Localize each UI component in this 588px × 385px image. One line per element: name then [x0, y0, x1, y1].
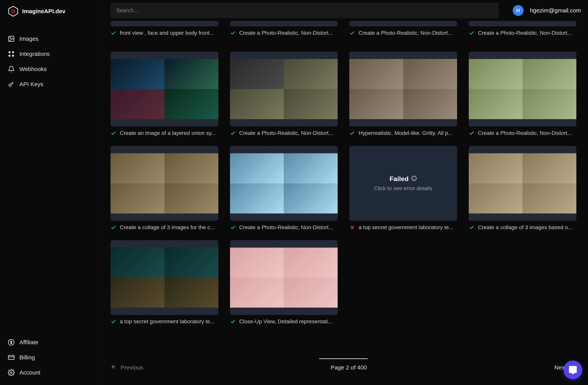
key-icon [8, 81, 15, 88]
image-card[interactable]: Create a Photo-Realistic, Non-Distort... [349, 21, 457, 36]
caption-row: Create a Photo-Realistic, Non-Distort... [349, 30, 457, 36]
search-input[interactable] [110, 3, 499, 18]
image-thumbnail[interactable] [230, 52, 338, 127]
brand-logo[interactable]: ImagineAPI.dev [8, 6, 91, 17]
gear-icon [8, 369, 15, 376]
svg-point-3 [10, 37, 11, 38]
image-card[interactable]: Create a Photo-Realistic, Non-Distort... [469, 21, 577, 36]
image-caption: a top secret government laboratory te... [120, 318, 215, 325]
image-thumbnail[interactable] [230, 21, 338, 26]
image-thumbnail[interactable] [110, 146, 218, 221]
nav-label: Account [19, 369, 40, 376]
sidebar-item-integrations[interactable]: Integrations [8, 47, 91, 61]
image-thumbnail[interactable] [110, 240, 218, 315]
image-thumbnail[interactable] [469, 52, 577, 127]
image-card[interactable]: Create a Photo-Realistic, Non-Distort... [230, 146, 338, 230]
image-thumbnail[interactable] [469, 21, 577, 26]
check-icon [110, 225, 116, 230]
avatar-initial: H [516, 8, 520, 14]
image-card[interactable]: Create a collage of 3 images based o... [469, 146, 577, 230]
image-thumbnail[interactable] [349, 52, 457, 127]
check-icon [110, 319, 116, 324]
image-card[interactable]: Create a Photo-Realistic, Non-Distort... [230, 52, 338, 136]
image-thumbnail[interactable] [349, 21, 457, 26]
caption-row: a top secret government laboratory te... [110, 318, 218, 325]
caption-row: Create a collage of 3 images based o... [469, 224, 577, 230]
sidebar: ImagineAPI.dev Images Integrations Webho… [0, 0, 99, 385]
caption-row: a top secret government laboratory te... [349, 224, 457, 230]
nav-label: API Keys [19, 81, 43, 88]
image-caption: Create a Photo-Realistic, Non-Distort... [239, 30, 333, 36]
nav-bottom: Affiliate Billing Account [8, 336, 91, 379]
failed-subtitle: Click to see error details [374, 185, 432, 192]
image-card[interactable]: a top secret government laboratory te... [110, 240, 218, 325]
svg-marker-0 [9, 6, 18, 16]
image-card[interactable]: FailedClick to see error detailsa top se… [349, 146, 457, 230]
sidebar-item-affiliate[interactable]: Affiliate [8, 336, 91, 349]
x-icon [349, 225, 355, 230]
sidebar-item-billing[interactable]: Billing [8, 351, 91, 364]
main: H hgezim@gmail.com front view , face and… [99, 0, 588, 385]
nav-top: Images Integrations Webhooks API Keys [8, 32, 91, 91]
check-icon [469, 30, 475, 36]
image-thumbnail[interactable] [110, 52, 218, 127]
image-caption: Create a collage of 3 images for the c..… [120, 224, 215, 230]
image-caption: Create a Photo-Realistic, Non-Distort... [239, 130, 333, 136]
image-caption: Create a Photo-Realistic, Non-Distort... [358, 30, 452, 36]
bell-icon [8, 66, 15, 73]
image-card[interactable]: Create an image of a layered onion sy... [110, 52, 218, 136]
check-icon [230, 319, 236, 324]
arrow-left-icon [110, 363, 117, 371]
avatar[interactable]: H [513, 5, 524, 16]
image-thumbnail[interactable] [110, 21, 218, 26]
image-thumbnail[interactable] [469, 146, 577, 221]
image-caption: Create a Photo-Realistic, Non-Distort... [478, 130, 572, 136]
svg-point-1 [12, 10, 15, 13]
image-card[interactable]: front view , face and upper body front..… [110, 21, 218, 36]
caption-row: front view , face and upper body front..… [110, 30, 218, 36]
caption-row: Create a Photo-Realistic, Non-Distort... [230, 30, 338, 36]
image-thumbnail[interactable] [230, 146, 338, 221]
image-card[interactable]: Hyperrealistic. Model-like. Gritty. All … [349, 52, 457, 136]
nav-label: Billing [19, 354, 35, 361]
caption-row: Close-Up View, Detailed representati... [230, 318, 338, 325]
image-grid: front view , face and upper body front..… [110, 21, 576, 325]
sidebar-item-images[interactable]: Images [8, 32, 91, 45]
image-grid-scroll[interactable]: front view , face and upper body front..… [99, 21, 588, 358]
check-icon [349, 30, 355, 36]
nav-label: Affiliate [19, 339, 38, 346]
caption-row: Create a collage of 3 images for the c..… [110, 224, 218, 230]
check-icon [110, 30, 116, 36]
check-icon [469, 225, 475, 230]
caption-row: Create a Photo-Realistic, Non-Distort... [230, 130, 338, 136]
caption-row: Create a Photo-Realistic, Non-Distort... [469, 30, 577, 36]
image-card[interactable]: Create a Photo-Realistic, Non-Distort... [469, 52, 577, 136]
sidebar-item-account[interactable]: Account [8, 366, 91, 379]
nav-label: Integrations [19, 51, 50, 57]
user-email[interactable]: hgezim@gmail.com [530, 7, 581, 14]
chat-widget-button[interactable] [564, 361, 582, 379]
caption-row: Create an image of a layered onion sy... [110, 130, 218, 136]
caption-row: Hyperrealistic. Model-like. Gritty. All … [349, 130, 457, 136]
sidebar-item-apikeys[interactable]: API Keys [8, 78, 91, 91]
topbar: H hgezim@gmail.com [99, 0, 588, 21]
svg-point-6 [9, 55, 10, 57]
nav-label: Webhooks [19, 66, 47, 72]
image-card[interactable]: Create a collage of 3 images for the c..… [110, 146, 218, 230]
sidebar-item-webhooks[interactable]: Webhooks [8, 63, 91, 76]
image-card[interactable]: Create a Photo-Realistic, Non-Distort... [230, 21, 338, 36]
image-caption: Hyperrealistic. Model-like. Gritty. All … [358, 130, 453, 136]
image-icon [8, 35, 15, 42]
failed-title: Failed [390, 175, 417, 182]
image-caption: Create a collage of 3 images based o... [478, 224, 572, 230]
failed-card[interactable]: FailedClick to see error details [349, 146, 457, 221]
svg-point-5 [12, 51, 14, 53]
check-icon [230, 30, 236, 36]
previous-button[interactable]: Previous [110, 363, 143, 371]
check-icon [110, 130, 116, 136]
image-caption: front view , face and upper body front..… [120, 30, 214, 36]
caption-row: Create a Photo-Realistic, Non-Distort... [230, 224, 338, 230]
image-thumbnail[interactable] [230, 240, 338, 315]
logo-hex-icon [8, 6, 19, 17]
image-card[interactable]: Close-Up View, Detailed representati... [230, 240, 338, 325]
